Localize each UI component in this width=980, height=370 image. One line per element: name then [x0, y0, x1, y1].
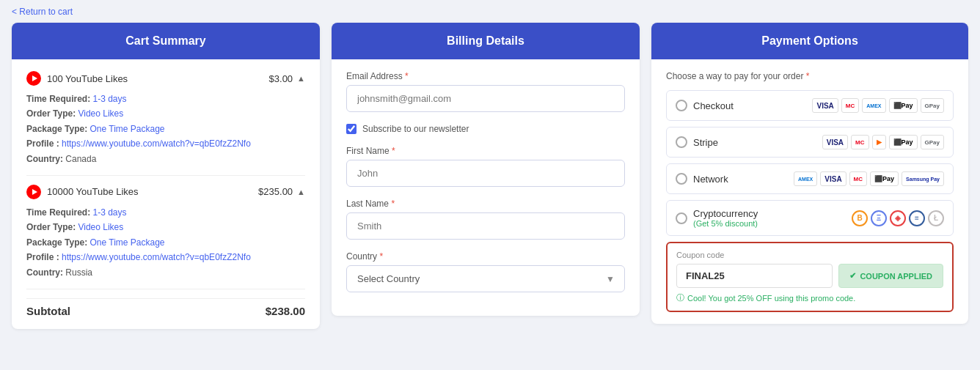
first-name-input[interactable] — [346, 160, 625, 187]
payment-body: Choose a way to pay for your order * Che… — [651, 59, 968, 324]
top-bar: < Return to cart — [0, 0, 980, 23]
first-name-group: First Name * — [346, 146, 625, 187]
arrow-icon: ▶ — [872, 135, 886, 149]
subtotal-value: $238.00 — [266, 305, 305, 317]
cart-item-1-header: 100 YouTube Likes $3.00 ▲ — [26, 71, 305, 86]
mc-icon: MC — [841, 98, 859, 113]
subtotal-row: Subtotal $238.00 — [26, 298, 305, 317]
newsletter-checkbox[interactable] — [346, 124, 356, 134]
coupon-success-message: ⓘ Cool! You got 25% OFF using this promo… — [676, 292, 943, 303]
crypto3-icon: ◈ — [890, 210, 906, 226]
coupon-row: ✔ COUPON APPLIED — [676, 264, 943, 288]
billing-header: Billing Details — [332, 23, 640, 59]
last-name-input[interactable] — [346, 212, 625, 240]
network-label: Network — [693, 174, 728, 185]
checkmark-icon: ✔ — [849, 271, 856, 281]
cart-item-2-title: 10000 YouTube Likes — [26, 185, 139, 199]
crypto-label: Cryptocurrency — [693, 208, 758, 219]
applepay-icon-2: ⬛Pay — [889, 135, 918, 149]
bitcoin-icon: B — [852, 210, 868, 226]
payment-option-crypto[interactable]: Cryptocurrency (Get 5% discount) B Ξ ◈ ≡… — [666, 200, 954, 236]
payment-header: Payment Options — [651, 23, 968, 59]
cart-item-2: 10000 YouTube Likes $235.00 ▲ Time Requi… — [26, 185, 305, 289]
mc-icon-3: MC — [849, 171, 867, 186]
visa-icon-2: VISA — [822, 135, 848, 149]
eth-icon: Ξ — [871, 210, 887, 226]
cart-item-1-details: Time Required: 1-3 days Order Type: Vide… — [26, 92, 305, 166]
gpay-icon: GPay — [921, 98, 944, 113]
cart-item-2-details: Time Required: 1-3 days Order Type: Vide… — [26, 205, 305, 280]
coupon-section: Coupon code ✔ COUPON APPLIED ⓘ Cool! You… — [666, 242, 954, 312]
applepay-icon-3: ⬛Pay — [870, 171, 899, 186]
checkout-icons: VISA MC AMEX ⬛Pay GPay — [812, 98, 944, 113]
country-label: Country * — [346, 251, 625, 262]
coupon-input[interactable] — [676, 264, 833, 288]
amex-icon: AMEX — [862, 98, 885, 113]
radio-network — [676, 173, 687, 185]
payment-option-checkout[interactable]: Checkout VISA MC AMEX ⬛Pay GPay — [666, 90, 954, 121]
cart-summary-header: Cart Summary — [12, 23, 320, 59]
amex-icon-2: AMEX — [794, 171, 817, 186]
coupon-applied-button[interactable]: ✔ COUPON APPLIED — [838, 264, 943, 288]
crypto-sublabel: (Get 5% discount) — [693, 219, 758, 228]
cart-item-1-price: $3.00 ▲ — [269, 73, 305, 84]
payment-options-panel: Payment Options Choose a way to pay for … — [651, 23, 968, 324]
youtube-icon-2 — [26, 185, 41, 199]
radio-stripe — [676, 136, 687, 148]
email-label: Email Address * — [346, 71, 625, 81]
crypto-icons: B Ξ ◈ ≡ Ł — [852, 210, 944, 226]
newsletter-label[interactable]: Subscribe to our newsletter — [362, 124, 469, 134]
country-select[interactable]: Select Country Canada United States Russ… — [346, 265, 625, 292]
chevron-up-icon-2[interactable]: ▲ — [297, 188, 305, 196]
billing-details-panel: Billing Details Email Address * Subscrib… — [332, 23, 640, 316]
stripe-label: Stripe — [693, 137, 718, 148]
applepay-icon: ⬛Pay — [889, 98, 918, 113]
email-group: Email Address * — [346, 71, 625, 112]
subtotal-label: Subtotal — [26, 305, 70, 317]
cart-item-2-header: 10000 YouTube Likes $235.00 ▲ — [26, 185, 305, 199]
visa-icon-3: VISA — [820, 171, 846, 186]
litecoin-icon: Ł — [928, 210, 944, 226]
cart-item-1: 100 YouTube Likes $3.00 ▲ Time Required:… — [26, 71, 305, 176]
payment-subheading: Choose a way to pay for your order * — [666, 71, 954, 81]
crypto4-icon: ≡ — [909, 210, 925, 226]
main-layout: Cart Summary 100 YouTube Likes $3.00 ▲ T… — [0, 23, 980, 341]
coupon-label: Coupon code — [676, 251, 943, 259]
cart-item-1-title: 100 YouTube Likes — [26, 71, 128, 86]
youtube-icon-1 — [26, 71, 41, 86]
country-select-wrapper: Select Country Canada United States Russ… — [346, 265, 625, 292]
mc-icon-2: MC — [851, 135, 869, 149]
visa-icon: VISA — [812, 98, 838, 113]
payment-option-stripe[interactable]: Stripe VISA MC ▶ ⬛Pay GPay — [666, 127, 954, 158]
first-name-label: First Name * — [346, 146, 625, 156]
payment-option-network[interactable]: Network AMEX VISA MC ⬛Pay Samsung Pay — [666, 163, 954, 194]
cart-item-2-price: $235.00 ▲ — [258, 186, 305, 197]
radio-checkout — [676, 100, 687, 111]
checkout-label: Checkout — [693, 100, 734, 111]
chevron-up-icon-1[interactable]: ▲ — [297, 74, 305, 83]
stripe-icons: VISA MC ▶ ⬛Pay GPay — [822, 135, 944, 149]
billing-body: Email Address * Subscribe to our newslet… — [332, 59, 640, 316]
return-to-cart-link[interactable]: < Return to cart — [12, 7, 73, 17]
email-input[interactable] — [346, 85, 625, 112]
newsletter-row: Subscribe to our newsletter — [346, 124, 625, 134]
cart-summary-body: 100 YouTube Likes $3.00 ▲ Time Required:… — [12, 59, 320, 329]
coupon-applied-label: COUPON APPLIED — [860, 272, 932, 281]
last-name-group: Last Name * — [346, 199, 625, 240]
last-name-label: Last Name * — [346, 199, 625, 209]
gpay-icon-2: GPay — [921, 135, 944, 149]
cart-summary-panel: Cart Summary 100 YouTube Likes $3.00 ▲ T… — [12, 23, 320, 329]
radio-crypto — [676, 212, 687, 224]
samsung-icon: Samsung Pay — [902, 171, 944, 186]
network-icons: AMEX VISA MC ⬛Pay Samsung Pay — [794, 171, 944, 186]
country-group: Country * Select Country Canada United S… — [346, 251, 625, 292]
success-circle-icon: ⓘ — [676, 292, 684, 303]
